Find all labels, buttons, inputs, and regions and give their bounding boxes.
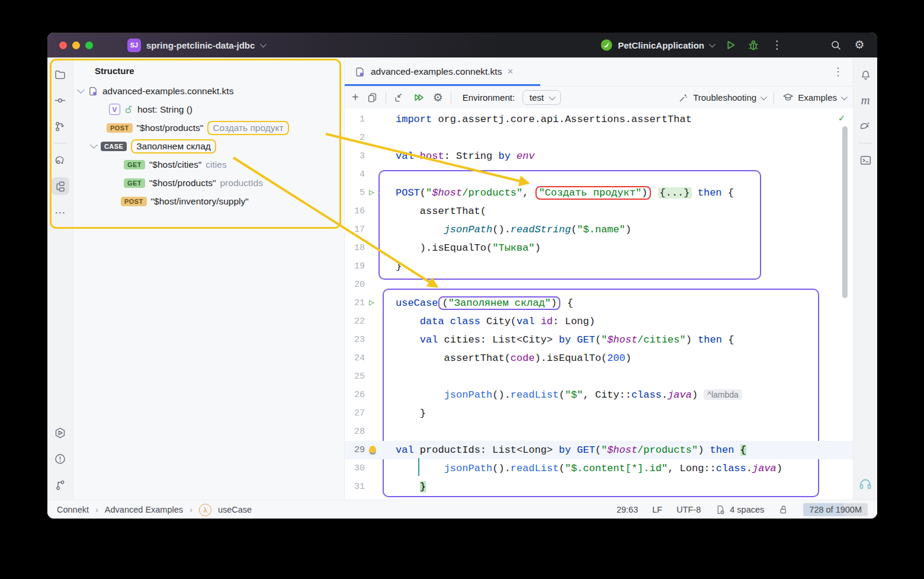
code-line[interactable]: 23 val cities: List<City> by GET("$host/… xyxy=(345,331,853,349)
add-request-button[interactable]: + xyxy=(352,91,359,104)
services-icon[interactable] xyxy=(52,424,69,442)
variable-badge: V xyxy=(109,104,120,115)
zoom-window-button[interactable] xyxy=(85,41,93,49)
debug-bug-button[interactable] xyxy=(747,39,760,52)
find-icon[interactable] xyxy=(52,151,69,169)
code-line[interactable]: 29val productIds: List<Long> by GET("$ho… xyxy=(345,441,853,459)
git-branch-icon[interactable] xyxy=(52,476,69,494)
close-icon[interactable]: × xyxy=(507,66,513,78)
inspections-passed-icon[interactable]: ✓ xyxy=(839,112,845,124)
code-line[interactable]: 30 jsonPath().readList("$.content[*].id"… xyxy=(345,459,853,478)
examples-button[interactable]: Examples xyxy=(782,92,846,103)
code-token: code xyxy=(511,353,535,364)
line-ending[interactable]: LF xyxy=(652,505,662,514)
troubleshooting-button[interactable]: Troubleshooting xyxy=(678,92,765,103)
code-token: java xyxy=(752,463,777,474)
code-line[interactable]: 27 } xyxy=(345,404,853,423)
code-line[interactable]: 4 xyxy=(345,165,853,184)
structure-row[interactable]: GET"$host/cities"cities xyxy=(73,155,344,174)
code-line[interactable]: 24 assertThat(code).isEqualTo(200) xyxy=(345,349,853,367)
search-icon[interactable] xyxy=(830,39,842,52)
environment-select[interactable]: test xyxy=(522,90,561,105)
indent-setting[interactable]: 4 spaces xyxy=(715,504,764,515)
editor-toolbar: + ⚙ xyxy=(345,87,853,108)
structure-tool-icon[interactable] xyxy=(52,177,69,195)
chevron-down-icon[interactable] xyxy=(90,141,98,149)
close-window-button[interactable] xyxy=(59,41,67,49)
code-token: val xyxy=(420,334,438,346)
settings-gear-icon[interactable]: ⚙ xyxy=(433,91,443,104)
code-line[interactable]: 5▷›POST("$host/products", "Создать проду… xyxy=(345,184,853,202)
code-line[interactable]: 1import org.assertj.core.api.Assertions.… xyxy=(345,110,853,129)
code-token: ) xyxy=(777,463,782,474)
memory-indicator[interactable]: 728 of 1900M xyxy=(803,503,868,516)
breadcrumb-item[interactable]: Advanced Examples xyxy=(105,505,183,514)
structure-row[interactable]: POST"$host/inventory/supply" xyxy=(73,192,344,210)
code-line[interactable]: 18 ).isEqualTo("Тыква") xyxy=(345,239,853,257)
import-icon[interactable] xyxy=(394,92,405,103)
structure-row[interactable]: POST"$host/products"Создать продукт xyxy=(73,119,344,137)
terminal-icon[interactable] xyxy=(856,151,874,169)
tab-options-kebab-icon[interactable]: ⋮ xyxy=(833,65,843,78)
file-encoding[interactable]: UTF-8 xyxy=(676,505,701,514)
run-all-icon[interactable] xyxy=(413,92,425,103)
code-token: : Long) xyxy=(553,316,595,327)
line-number: 24 xyxy=(345,353,365,363)
code-line[interactable]: 19} xyxy=(345,257,853,276)
notifications-bell-icon[interactable] xyxy=(856,65,874,83)
copy-icon[interactable] xyxy=(367,92,378,103)
code-token: class xyxy=(631,389,662,401)
code-line[interactable]: 21▷useCase("Заполянем склад") { xyxy=(345,294,853,312)
code-token xyxy=(396,481,420,492)
code-text: import org.assertj.core.api.Assertions.a… xyxy=(392,114,692,125)
more-tools-icon[interactable]: ⋯ xyxy=(52,203,69,221)
project-widget[interactable]: SJ spring-petclinic-data-jdbc xyxy=(127,39,265,52)
more-kebab-icon[interactable]: ⋮ xyxy=(770,38,784,52)
gradle-icon[interactable] xyxy=(856,117,874,135)
breadcrumb-item[interactable]: useCase xyxy=(218,505,252,514)
code-line[interactable]: 22 data class City(val id: Long) xyxy=(345,312,853,331)
unlocked-icon[interactable] xyxy=(778,504,789,515)
project-folder-icon[interactable] xyxy=(52,65,69,83)
breadcrumb-item[interactable]: Connekt xyxy=(57,505,89,514)
maven-icon[interactable]: m xyxy=(856,91,874,109)
code-line[interactable]: 17 jsonPath().readString("$.name") xyxy=(345,220,853,239)
structure-row[interactable]: advanced-examples.connekt.kts xyxy=(73,82,344,100)
intention-bulb-icon[interactable] xyxy=(369,446,376,455)
code-line[interactable]: 3val host: String by env xyxy=(345,147,853,165)
code-token: GET xyxy=(577,444,595,456)
vcs-graph-icon[interactable] xyxy=(52,117,69,135)
structure-row[interactable]: GET"$host/products"productIds xyxy=(73,174,344,192)
code-token: readList xyxy=(511,463,559,474)
code-editor[interactable]: 1import org.assertj.core.api.Assertions.… xyxy=(345,108,853,500)
code-line[interactable]: 25 xyxy=(345,367,853,386)
structure-row[interactable]: Vhost: String () xyxy=(73,100,344,119)
run-button[interactable] xyxy=(724,39,737,52)
problems-icon[interactable] xyxy=(52,450,69,468)
minimize-window-button[interactable] xyxy=(72,41,80,49)
run-gutter-icon[interactable]: ▷ xyxy=(369,188,374,197)
editor-scrollbar[interactable] xyxy=(842,126,848,298)
code-text: } xyxy=(392,408,426,419)
code-token: , City:: xyxy=(583,389,631,401)
caret-position[interactable]: 29:63 xyxy=(617,505,638,514)
fold-gutter-icon[interactable]: › xyxy=(376,188,381,198)
run-configuration-widget[interactable]: PetClinicApplication xyxy=(600,39,714,52)
code-line[interactable]: 2 xyxy=(345,129,853,147)
code-line[interactable]: 20 xyxy=(345,276,853,294)
line-number: 3 xyxy=(345,151,365,161)
structure-row[interactable]: CASEЗаполянем склад xyxy=(73,137,344,155)
code-token: { xyxy=(722,187,734,199)
code-line[interactable]: 16 assertThat( xyxy=(345,202,853,220)
code-line[interactable]: 31 } xyxy=(345,478,853,496)
chevron-down-icon[interactable] xyxy=(77,86,85,94)
code-line[interactable]: 26 jsonPath().readList("$", City::class.… xyxy=(345,386,853,404)
screenshot-stage: SJ spring-petclinic-data-jdbc PetClinicA… xyxy=(0,0,924,579)
editor-tab[interactable]: advanced-examples.connekt.kts × xyxy=(345,57,522,86)
commit-icon[interactable] xyxy=(52,91,69,109)
code-line[interactable]: 28 xyxy=(345,423,853,441)
settings-gear-icon[interactable]: ⚙ xyxy=(852,38,867,52)
run-gutter-icon[interactable]: ▷ xyxy=(369,299,374,308)
audio-headphones-icon[interactable] xyxy=(856,475,874,492)
tab-label: advanced-examples.connekt.kts xyxy=(371,66,502,77)
